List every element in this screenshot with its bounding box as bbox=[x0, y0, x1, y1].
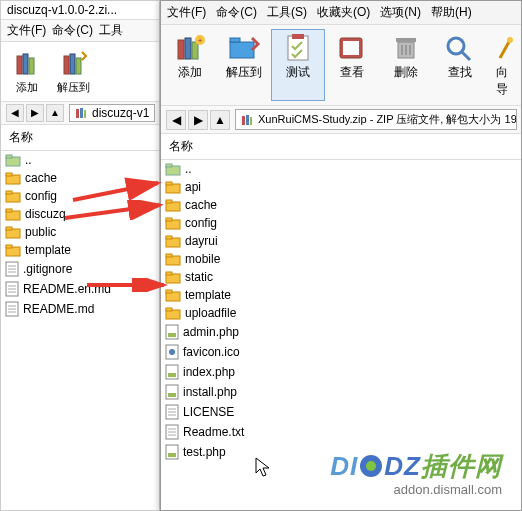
folder-extract-icon bbox=[226, 32, 262, 64]
list-item[interactable]: public bbox=[1, 223, 159, 241]
list-item[interactable]: static bbox=[161, 268, 521, 286]
list-item[interactable]: install.php bbox=[161, 382, 521, 402]
svg-rect-10 bbox=[6, 155, 12, 158]
back-column-header[interactable]: 名称 bbox=[1, 125, 159, 151]
file-name: mobile bbox=[185, 252, 220, 266]
list-item[interactable]: uploadfile bbox=[161, 304, 521, 322]
book-view-icon bbox=[334, 32, 370, 64]
svg-rect-6 bbox=[76, 109, 79, 118]
books-add-icon: + bbox=[172, 32, 208, 64]
list-item[interactable]: favicon.ico bbox=[161, 342, 521, 362]
list-item[interactable]: template bbox=[161, 286, 521, 304]
folder-icon bbox=[5, 189, 21, 203]
svg-point-77 bbox=[169, 349, 175, 355]
menu-command[interactable]: 命令(C) bbox=[216, 4, 257, 21]
svg-point-52 bbox=[507, 37, 513, 43]
add-button[interactable]: + 添加 bbox=[163, 29, 217, 101]
nav-right-button[interactable]: ▶ bbox=[26, 104, 44, 122]
list-item[interactable]: Readme.txt bbox=[161, 422, 521, 442]
back-menu-bar: 文件(F) 命令(C) 工具 bbox=[1, 20, 159, 42]
file-name: template bbox=[25, 243, 71, 257]
svg-rect-57 bbox=[166, 164, 172, 167]
list-item[interactable]: LICENSE bbox=[161, 402, 521, 422]
svg-rect-14 bbox=[6, 191, 12, 194]
svg-rect-8 bbox=[84, 110, 86, 118]
file-name: README.en.md bbox=[23, 282, 111, 296]
nav-up-button[interactable]: ▲ bbox=[210, 110, 230, 130]
svg-rect-59 bbox=[166, 182, 172, 185]
back-address-bar: ◀ ▶ ▲ discuzq-v1 bbox=[1, 102, 159, 125]
nav-left-button[interactable]: ◀ bbox=[6, 104, 24, 122]
extract-button[interactable]: 解压到 bbox=[51, 46, 96, 97]
folder-icon bbox=[5, 225, 21, 239]
list-item[interactable]: api bbox=[161, 178, 521, 196]
svg-rect-40 bbox=[288, 36, 308, 60]
folder-icon bbox=[5, 243, 21, 257]
list-item[interactable]: dayrui bbox=[161, 232, 521, 250]
list-item[interactable]: config bbox=[1, 187, 159, 205]
file-name: index.php bbox=[183, 365, 235, 379]
menu-tools[interactable]: 工具(S) bbox=[267, 4, 307, 21]
menu-file[interactable]: 文件(F) bbox=[7, 22, 46, 39]
delete-button[interactable]: 删除 bbox=[379, 29, 433, 101]
extract-button[interactable]: 解压到 bbox=[217, 29, 271, 101]
svg-point-96 bbox=[366, 461, 376, 471]
menu-favorites[interactable]: 收藏夹(O) bbox=[317, 4, 370, 21]
folder-icon bbox=[165, 306, 181, 320]
list-item[interactable]: README.md bbox=[1, 299, 159, 319]
view-button[interactable]: 查看 bbox=[325, 29, 379, 101]
wizard-button[interactable]: 向导 bbox=[487, 29, 522, 101]
svg-rect-34 bbox=[185, 38, 191, 59]
list-item[interactable]: index.php bbox=[161, 362, 521, 382]
menu-help[interactable]: 帮助(H) bbox=[431, 4, 472, 21]
add-button[interactable]: 添加 bbox=[5, 46, 49, 97]
svg-rect-43 bbox=[343, 41, 359, 55]
front-file-list: ..apicacheconfigdayruimobilestatictempla… bbox=[161, 160, 521, 462]
front-address-bar: ◀ ▶ ▲ XunRuiCMS-Study.zip - ZIP 压缩文件, 解包… bbox=[161, 106, 521, 134]
menu-file[interactable]: 文件(F) bbox=[167, 4, 206, 21]
archive-icon bbox=[74, 106, 88, 120]
svg-rect-79 bbox=[168, 373, 176, 377]
menu-tools[interactable]: 工具 bbox=[99, 22, 123, 39]
menu-command[interactable]: 命令(C) bbox=[52, 22, 93, 39]
list-item[interactable]: admin.php bbox=[161, 322, 521, 342]
svg-rect-1 bbox=[23, 54, 28, 74]
svg-rect-16 bbox=[6, 209, 12, 212]
svg-rect-18 bbox=[6, 227, 12, 230]
list-item[interactable]: config bbox=[161, 214, 521, 232]
list-item[interactable]: discuzq bbox=[1, 205, 159, 223]
svg-rect-5 bbox=[76, 58, 81, 74]
menu-options[interactable]: 选项(N) bbox=[380, 4, 421, 21]
test-button[interactable]: 测试 bbox=[271, 29, 325, 101]
folder-icon bbox=[165, 216, 181, 230]
list-item[interactable]: .. bbox=[161, 160, 521, 178]
svg-point-49 bbox=[448, 38, 464, 54]
front-toolbar: + 添加 解压到 测试 查看 删除 查找 向导 bbox=[161, 25, 521, 106]
front-column-header[interactable]: 名称 bbox=[161, 134, 521, 160]
list-item[interactable]: .. bbox=[1, 151, 159, 169]
mouse-cursor-icon bbox=[255, 457, 273, 479]
add-label: 添加 bbox=[16, 80, 38, 95]
file-name: admin.php bbox=[183, 325, 239, 339]
up-icon bbox=[5, 153, 21, 167]
folder-icon bbox=[5, 207, 21, 221]
file-name: .gitignore bbox=[23, 262, 72, 276]
svg-rect-2 bbox=[29, 58, 34, 74]
find-button[interactable]: 查找 bbox=[433, 29, 487, 101]
back-address-input[interactable]: discuzq-v1 bbox=[69, 104, 155, 122]
svg-rect-38 bbox=[230, 42, 254, 58]
back-window-title: discuzq-v1.0.0-2.zi... bbox=[1, 1, 159, 20]
list-item[interactable]: README.en.md bbox=[1, 279, 159, 299]
front-address-input[interactable]: XunRuiCMS-Study.zip - ZIP 压缩文件, 解包大小为 19… bbox=[235, 109, 517, 130]
folder-icon bbox=[165, 234, 181, 248]
nav-up-button[interactable]: ▲ bbox=[46, 104, 64, 122]
nav-left-button[interactable]: ◀ bbox=[166, 110, 186, 130]
archive-icon bbox=[240, 113, 254, 127]
php-icon bbox=[165, 444, 179, 460]
list-item[interactable]: template bbox=[1, 241, 159, 259]
list-item[interactable]: cache bbox=[161, 196, 521, 214]
nav-right-button[interactable]: ▶ bbox=[188, 110, 208, 130]
list-item[interactable]: mobile bbox=[161, 250, 521, 268]
list-item[interactable]: .gitignore bbox=[1, 259, 159, 279]
list-item[interactable]: cache bbox=[1, 169, 159, 187]
